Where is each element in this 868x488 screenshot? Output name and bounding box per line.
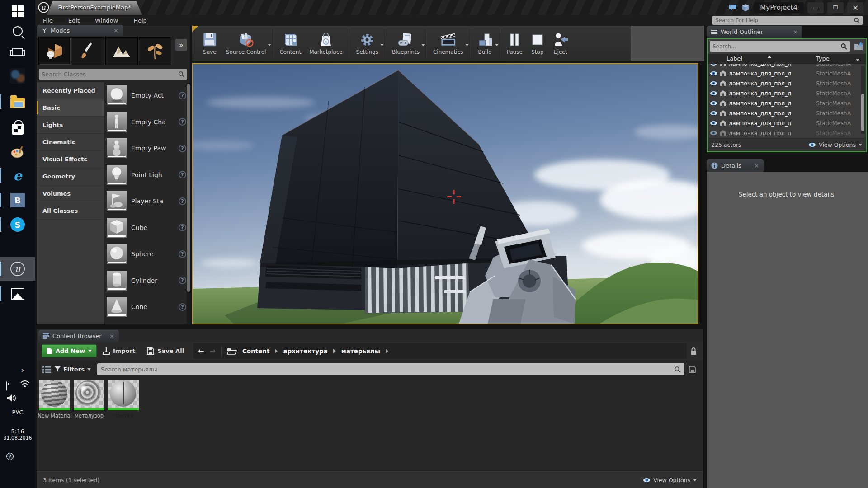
mode-landscape-button[interactable] (105, 37, 138, 65)
help-icon[interactable] (179, 277, 186, 284)
class-empty-pawn[interactable]: Empty Paw (104, 135, 186, 162)
asset-metal[interactable]: металузор (72, 380, 106, 419)
battery-icon[interactable] (6, 382, 7, 390)
column-label[interactable]: Label (726, 55, 742, 62)
world-outliner-tab[interactable]: World Outliner (707, 26, 802, 38)
class-empty-character[interactable]: Empty Cha (104, 109, 186, 136)
visibility-eye-icon[interactable] (710, 111, 717, 116)
history-forward-button[interactable]: → (210, 347, 216, 355)
chat-bubble-icon[interactable] (728, 4, 737, 12)
taskbar-skype[interactable]: S (9, 216, 27, 234)
taskbar-file-explorer[interactable] (9, 93, 27, 111)
new-folder-icon[interactable] (854, 42, 863, 50)
save-all-button[interactable]: Save All (141, 347, 190, 355)
start-button[interactable] (9, 2, 27, 20)
asset-tile-selected[interactable]: плитка (106, 380, 141, 419)
settings-button[interactable]: Settings (352, 32, 382, 55)
breadcrumb-materials[interactable]: матерьялы (341, 347, 380, 355)
map-tab[interactable]: FirstPersonExampleMap* (47, 1, 142, 15)
add-new-button[interactable]: Add New (42, 344, 97, 357)
category-geometry[interactable]: Geometry (37, 168, 104, 185)
outliner-search-input[interactable] (712, 43, 840, 50)
class-player-start[interactable]: Player Sta (104, 188, 186, 215)
help-icon[interactable] (179, 171, 186, 178)
help-icon[interactable] (179, 145, 186, 152)
dropdown-caret[interactable] (421, 44, 425, 46)
stop-button[interactable]: Stop (527, 32, 548, 55)
category-recently-placed[interactable]: Recently Placed (37, 82, 104, 99)
category-cinematic[interactable]: Cinematic (37, 134, 104, 151)
mode-paint-button[interactable] (72, 37, 104, 65)
blueprints-button[interactable]: Blueprints (388, 32, 424, 55)
help-icon[interactable] (179, 224, 186, 231)
visibility-eye-icon[interactable] (710, 121, 717, 126)
modes-scrollbar[interactable] (187, 83, 190, 324)
help-icon[interactable] (179, 303, 186, 311)
cb-view-options-button[interactable]: View Options (643, 477, 697, 483)
taskbar-search-button[interactable] (9, 22, 27, 40)
category-volumes[interactable]: Volumes (37, 185, 104, 202)
category-all-classes[interactable]: All Classes (37, 202, 104, 220)
taskbar-unreal-engine[interactable]: u (9, 260, 27, 278)
save-search-icon[interactable] (689, 366, 696, 373)
lock-icon[interactable] (690, 347, 697, 355)
breadcrumb-architecture[interactable]: архитектура (283, 347, 327, 355)
content-browser-tab[interactable]: Content Browser (38, 330, 119, 342)
wifi-icon[interactable] (20, 380, 30, 388)
class-cylinder[interactable]: Cylinder (104, 267, 186, 294)
taskbar-paint[interactable] (9, 143, 27, 161)
visibility-eye-icon[interactable] (710, 91, 717, 96)
outliner-scrollbar[interactable] (861, 66, 865, 134)
breadcrumb-content[interactable]: Content (242, 347, 269, 355)
open-folder-icon[interactable] (227, 347, 237, 355)
category-visual-effects[interactable]: Visual Effects (37, 151, 104, 168)
class-sphere[interactable]: Sphere (104, 241, 186, 267)
clock-date[interactable]: 31.08.2016 (0, 435, 35, 441)
taskbar-photos[interactable] (9, 285, 27, 303)
tray-expand-chevron[interactable] (21, 365, 24, 375)
asset-new-material[interactable]: New Material (38, 380, 72, 419)
marketplace-button[interactable]: u Marketplace (305, 32, 347, 55)
type-filter-caret[interactable] (856, 59, 859, 61)
breadcrumb-separator-icon[interactable] (333, 349, 336, 353)
help-icon[interactable] (179, 250, 186, 258)
cinematics-button[interactable]: Cinematics (429, 32, 467, 55)
close-icon[interactable] (754, 162, 759, 169)
actor-row[interactable]: лампочка_для_пол_л StaticMeshA (708, 68, 861, 78)
visibility-eye-icon[interactable] (710, 101, 717, 106)
content-button[interactable]: Content (275, 32, 305, 55)
close-button[interactable] (847, 2, 863, 13)
language-indicator[interactable]: РУС (0, 409, 35, 416)
save-button[interactable]: Save (198, 32, 222, 55)
class-empty-actor[interactable]: Empty Act (104, 82, 186, 109)
mode-place-button[interactable] (38, 37, 71, 65)
import-button[interactable]: Import (97, 347, 141, 355)
visibility-eye-icon[interactable] (710, 71, 717, 76)
visibility-eye-icon[interactable] (710, 81, 717, 86)
build-button[interactable]: Build (473, 32, 497, 55)
close-icon[interactable] (109, 333, 114, 339)
taskbar-game-app[interactable] (9, 67, 27, 85)
expand-modes-chevron[interactable] (175, 39, 187, 51)
clock-time[interactable]: 5:16 (0, 428, 35, 435)
actor-row[interactable]: лампочка_для_пол_л StaticMeshA (708, 108, 861, 118)
actor-row-partial[interactable]: лампочка_для_пол_л StaticMeshA (708, 64, 861, 68)
dropdown-caret[interactable] (495, 44, 499, 46)
search-classes-input[interactable] (42, 71, 178, 78)
dropdown-caret[interactable] (465, 44, 469, 46)
menu-file[interactable]: File (35, 17, 61, 24)
taskbar-windows-store[interactable] (9, 118, 27, 136)
actor-row-partial[interactable]: лампочка_для_пол_л StaticMeshA (708, 128, 861, 136)
close-icon[interactable] (793, 28, 798, 35)
task-view-button[interactable] (9, 43, 27, 61)
breadcrumb-separator-icon[interactable] (275, 349, 278, 353)
visibility-eye-icon[interactable] (710, 64, 717, 66)
category-basic[interactable]: Basic (37, 99, 104, 117)
help-icon[interactable] (179, 197, 186, 205)
cube-stack-icon[interactable] (741, 3, 750, 12)
help-icon[interactable] (179, 118, 186, 126)
filters-button[interactable]: Filters (51, 366, 94, 373)
class-point-light[interactable]: Point Ligh (104, 162, 186, 188)
menu-help[interactable]: Help (126, 17, 155, 24)
category-lights[interactable]: Lights (37, 117, 104, 134)
